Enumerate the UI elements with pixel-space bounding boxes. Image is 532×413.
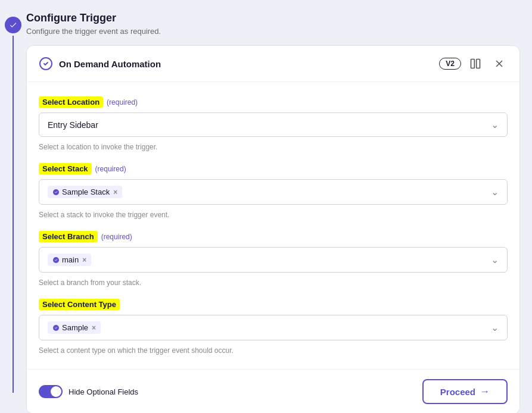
content-type-hint: Select a content type on which the trigg… xyxy=(39,346,508,355)
branch-label-text: Select Branch xyxy=(39,231,98,242)
card-footer: Hide Optional Fields Proceed → xyxy=(27,369,519,413)
content-type-tag-icon xyxy=(52,324,60,331)
location-required: (required) xyxy=(107,98,138,107)
branch-label: Select Branch (required) xyxy=(39,231,508,242)
stack-label: Select Stack (required) xyxy=(39,163,508,174)
content-type-tag-label: Sample xyxy=(62,323,88,332)
proceed-button[interactable]: Proceed → xyxy=(422,379,508,404)
location-label: Select Location (required) xyxy=(39,96,508,108)
branch-tag-main: main × xyxy=(48,254,91,266)
stack-tag-container: Sample Stack × xyxy=(48,186,491,198)
stack-tag-close[interactable]: × xyxy=(113,188,117,196)
expand-button[interactable] xyxy=(467,55,484,72)
proceed-label: Proceed xyxy=(440,387,475,397)
card-header: On Demand Automation V2 xyxy=(27,46,519,82)
svg-rect-1 xyxy=(471,60,475,68)
hide-optional-toggle[interactable] xyxy=(39,385,63,398)
content-type-select[interactable]: Sample × ⌄ xyxy=(39,315,508,340)
stack-tag-sample: Sample Stack × xyxy=(48,186,122,198)
content-type-tag-sample: Sample × xyxy=(48,321,101,334)
location-chevron-icon: ⌄ xyxy=(491,119,499,130)
stack-required: (required) xyxy=(95,165,126,173)
proceed-arrow-icon: → xyxy=(480,386,490,397)
content-type-field-group: Select Content Type Sample × ⌄ xyxy=(39,299,508,355)
stack-hint: Select a stack to invoke the trigger eve… xyxy=(39,211,508,219)
stack-chevron-icon: ⌄ xyxy=(491,186,499,198)
close-button[interactable] xyxy=(491,55,508,72)
page-title: Configure Trigger xyxy=(26,12,520,24)
step-indicator xyxy=(5,17,21,33)
configure-trigger-card: On Demand Automation V2 xyxy=(26,45,520,413)
automation-icon xyxy=(39,57,53,71)
content-type-chevron-icon: ⌄ xyxy=(491,322,499,333)
stack-tag-icon xyxy=(52,189,60,196)
content-type-tag-close[interactable]: × xyxy=(92,324,96,332)
version-badge: V2 xyxy=(439,58,461,70)
main-content: Configure Trigger Configure the trigger … xyxy=(26,12,532,413)
content-type-label: Select Content Type xyxy=(39,299,508,310)
toggle-label: Hide Optional Fields xyxy=(69,387,138,396)
branch-field-group: Select Branch (required) main × xyxy=(39,231,508,287)
toggle-group: Hide Optional Fields xyxy=(39,385,138,398)
location-select[interactable]: Entry Sidebar ⌄ xyxy=(39,112,508,137)
branch-select[interactable]: main × ⌄ xyxy=(39,247,508,273)
step-line xyxy=(13,36,14,393)
svg-rect-2 xyxy=(477,60,480,68)
stack-label-text: Select Stack xyxy=(39,163,92,174)
location-value: Entry Sidebar xyxy=(48,120,98,130)
stack-select[interactable]: Sample Stack × ⌄ xyxy=(39,179,508,205)
content-type-tag-container: Sample × xyxy=(48,321,491,334)
location-hint: Select a location to invoke the trigger. xyxy=(39,143,508,151)
branch-chevron-icon: ⌄ xyxy=(491,254,499,265)
card-title: On Demand Automation xyxy=(59,59,433,69)
branch-tag-close[interactable]: × xyxy=(82,256,86,264)
branch-tag-container: main × xyxy=(48,254,491,266)
branch-tag-icon xyxy=(52,256,60,264)
stack-field-group: Select Stack (required) Sample Stack × xyxy=(39,163,508,219)
location-field-group: Select Location (required) Entry Sidebar… xyxy=(39,96,508,151)
header-actions xyxy=(467,55,508,72)
location-label-text: Select Location xyxy=(39,96,103,108)
card-body: Select Location (required) Entry Sidebar… xyxy=(27,82,519,369)
branch-hint: Select a branch from your stack. xyxy=(39,279,508,287)
content-type-label-text: Select Content Type xyxy=(39,299,120,310)
stack-tag-label: Sample Stack xyxy=(62,187,110,196)
branch-tag-label: main xyxy=(62,255,79,264)
left-rail xyxy=(0,12,26,393)
branch-required: (required) xyxy=(101,233,132,241)
page-subtitle: Configure the trigger event as required. xyxy=(26,27,520,36)
